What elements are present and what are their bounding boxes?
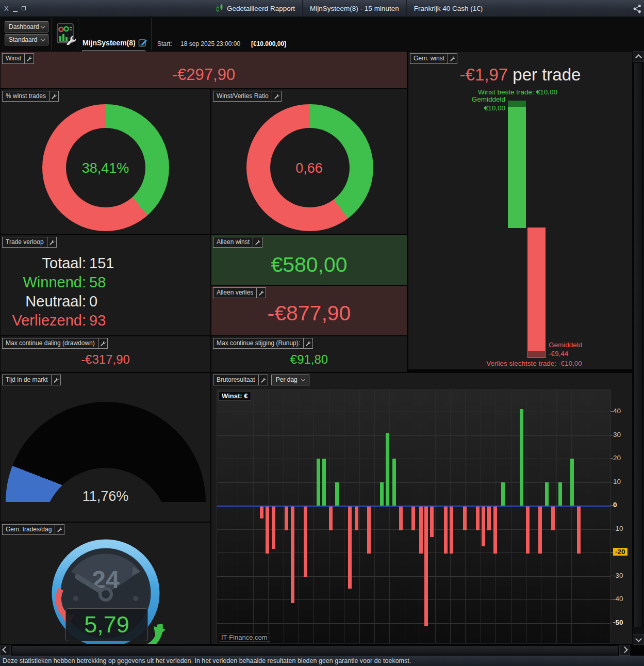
panel-alleen-winst: Alleen winst €580,00 <box>211 235 407 285</box>
loss-bar <box>538 507 542 554</box>
tab-label: MijnSysteem(8) - 15 minuten <box>310 0 399 17</box>
loss-bar <box>450 507 453 554</box>
tab-report[interactable]: Gedetailleerd Rapport <box>209 0 302 17</box>
panel-max-runup: Max continue stijging (Runup): €91,80 <box>211 336 407 372</box>
panel-alleen-verlies: Alleen verlies -€877,90 <box>211 286 407 335</box>
panel-title: Max continue daling (drawdown) <box>2 338 98 349</box>
toolbar-separator <box>151 18 152 50</box>
toolbar: Dashboard Standaard MijnSysteem(8) Alle … <box>0 17 644 51</box>
loss-bar <box>526 507 530 554</box>
panel-title: Gem. trades/dag <box>2 524 55 535</box>
win-percentage-value: 38,41% <box>1 160 210 176</box>
neutral-trades-row: Neutraal:0 <box>1 292 210 311</box>
losing-trades-row: Verliezend:93 <box>1 311 210 330</box>
worst-trade-label: Verlies slechtste trade: -€10,00 <box>436 359 632 368</box>
winst-value: -€297,90 <box>1 66 407 84</box>
avg-win-bar <box>508 101 526 228</box>
period-dropdown[interactable]: Per dag <box>271 375 309 385</box>
settings-wrench-button[interactable] <box>49 91 59 102</box>
maximize-button[interactable] <box>22 0 26 17</box>
panel-title: Gem. winst <box>410 53 448 64</box>
title-tabs: Gedetailleerd Rapport MijnSysteem(8) - 1… <box>209 0 490 17</box>
settings-wrench-button[interactable] <box>448 53 457 64</box>
profit-bar <box>380 482 384 506</box>
settings-wrench-button[interactable] <box>55 524 64 535</box>
panel-title: Max continue stijging (Runup): <box>213 338 304 349</box>
app-window: X Gedetailleerd Rapport MijnSysteem(8) -… <box>0 0 644 666</box>
toolbar-separator <box>78 18 78 50</box>
settings-wrench-button[interactable] <box>98 338 108 349</box>
y-axis-tick-label: -40 <box>613 595 631 603</box>
watermark: IT-Finance.com <box>219 633 270 642</box>
settings-wrench-button[interactable] <box>259 375 268 385</box>
vertical-scroll-thumb[interactable] <box>633 62 643 627</box>
tab-label: Gedetailleerd Rapport <box>227 0 295 17</box>
best-trade-cap <box>508 101 526 107</box>
disclaimer-text: Deze statistieken hebben betrekking op g… <box>3 657 411 664</box>
scroll-down-button[interactable] <box>633 634 644 645</box>
settings-wrench-button[interactable] <box>257 287 266 298</box>
series-label: Winst: € <box>218 391 251 401</box>
loss-bar <box>424 507 428 626</box>
profit-bar <box>558 482 562 506</box>
y-axis-tick-label: -30 <box>613 572 631 579</box>
zero-line <box>217 506 610 507</box>
dashboard-dropdown[interactable]: Dashboard <box>5 21 48 33</box>
worst-trade-cap <box>527 350 546 358</box>
gridline <box>374 390 375 643</box>
profit-bar <box>520 409 523 506</box>
y-axis-tick-label: -10 <box>613 525 631 532</box>
edit-system-icon[interactable] <box>138 38 147 47</box>
panel-title: % winst trades <box>2 91 49 102</box>
loss-bar <box>482 507 485 546</box>
panel-title: Winst <box>2 53 25 64</box>
loss-bar <box>577 507 581 554</box>
panel-trade-verloop: Trade verloop Totaal:151 Winnend:58 Neut… <box>1 235 210 335</box>
gridline <box>299 390 299 643</box>
avg-profit-headline: -€1,97 per trade <box>408 65 632 85</box>
loss-bar <box>430 507 434 537</box>
panel-title: Brutoresultaat <box>213 375 259 385</box>
gridline <box>389 390 390 643</box>
scroll-left-button[interactable] <box>0 645 11 656</box>
report-settings-icon[interactable] <box>57 23 76 45</box>
settings-wrench-button[interactable] <box>47 237 57 248</box>
settings-wrench-button[interactable] <box>253 237 262 248</box>
avg-profit-value: -€1,97 <box>460 65 508 84</box>
chevron-left-icon <box>2 646 9 653</box>
chevron-down-icon <box>41 37 45 41</box>
settings-wrench-button[interactable] <box>25 53 34 64</box>
layout-dropdown[interactable]: Standaard <box>5 34 48 45</box>
profit-bar <box>322 459 326 506</box>
panel-max-drawdown: Max continue daling (drawdown) -€317,90 <box>1 336 210 372</box>
horizontal-scroll-thumb[interactable] <box>11 645 619 655</box>
gridline <box>359 390 360 643</box>
minimize-button[interactable] <box>13 0 18 17</box>
panel-title: Alleen winst <box>213 237 253 248</box>
gridline <box>217 599 610 600</box>
settings-wrench-button[interactable] <box>304 338 313 349</box>
tab-instrument[interactable]: Frankrijk 40 Cash (1€) <box>406 0 490 17</box>
gridline <box>253 390 254 643</box>
chevron-down-icon <box>41 24 45 28</box>
gridline <box>405 390 405 643</box>
time-in-market-value: 11,76% <box>1 489 210 505</box>
gross-loss-value: -€877,90 <box>211 301 407 326</box>
panel-brutoresultaat: Brutoresultaat Per dag Winst: € IT-Finan… <box>211 373 632 644</box>
trades-per-day-value: 5,79 <box>65 608 148 641</box>
gridline <box>571 390 572 643</box>
loss-bar <box>487 507 491 530</box>
share-icon[interactable] <box>633 4 642 13</box>
gridline <box>435 390 436 643</box>
gridline <box>217 576 610 577</box>
scroll-right-button[interactable] <box>619 645 630 656</box>
loss-bar <box>399 507 403 530</box>
settings-wrench-button[interactable] <box>272 91 282 102</box>
close-button[interactable]: X <box>4 0 9 17</box>
scroll-up-button[interactable] <box>633 51 644 62</box>
profit-bar <box>392 459 396 506</box>
tab-system[interactable]: MijnSysteem(8) - 15 minuten <box>302 0 406 17</box>
loss-bar <box>355 507 358 530</box>
settings-wrench-button[interactable] <box>52 375 61 385</box>
chevron-up-icon <box>635 54 642 61</box>
